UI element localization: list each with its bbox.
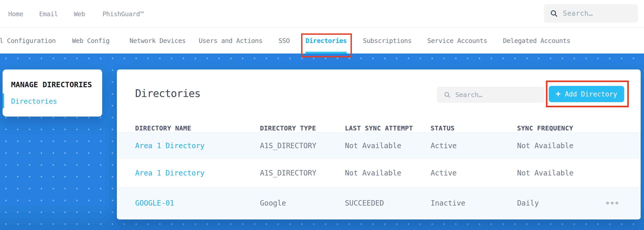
search-icon (444, 91, 451, 98)
col-header-last-sync: LAST SYNC ATTEMPT (345, 125, 413, 133)
status-cell: Active (431, 141, 457, 150)
tab-service-accounts[interactable]: Service Accounts (427, 28, 487, 54)
tab-users-and-actions[interactable]: Users and Actions (199, 28, 262, 54)
global-search-input[interactable] (563, 10, 632, 17)
content-background: MANAGE DIRECTORIES Directories Directori… (0, 54, 644, 230)
col-header-status: STATUS (431, 125, 455, 133)
tab-configuration[interactable]: l Configuration (0, 28, 56, 54)
directory-type-cell: A1S_DIRECTORY (260, 141, 316, 150)
sidebar-active-indicator (3, 93, 4, 108)
manage-directories-card: MANAGE DIRECTORIES Directories (3, 69, 102, 117)
directory-type-cell: A1S_DIRECTORY (260, 169, 316, 177)
settings-tab-bar: l Configuration Web Config Network Devic… (0, 28, 644, 54)
sidebar-title: MANAGE DIRECTORIES (11, 80, 92, 89)
topnav-home[interactable]: Home (8, 0, 23, 28)
tab-network-devices[interactable]: Network Devices (129, 28, 186, 54)
topnav-phishguard[interactable]: PhishGuard™ (102, 0, 144, 28)
tab-subscriptions[interactable]: Subscriptions (363, 28, 412, 54)
table-row: Area 1 Directory A1S_DIRECTORY Not Avail… (117, 159, 641, 187)
status-cell: Active (431, 169, 457, 177)
last-sync-cell: Not Available (345, 169, 401, 177)
row-actions-menu[interactable] (604, 200, 620, 207)
col-header-directory-type: DIRECTORY TYPE (260, 125, 316, 133)
tab-delegated-accounts[interactable]: Delegated Accounts (503, 28, 570, 54)
sync-frequency-cell: Not Available (517, 141, 573, 150)
directory-name-link[interactable]: Area 1 Directory (135, 169, 205, 177)
tab-web-config[interactable]: Web Config (72, 28, 110, 54)
col-header-sync-frequency: SYNC FREQUENCY (517, 125, 573, 133)
add-directory-button[interactable]: + Add Directory (549, 86, 624, 102)
last-sync-cell: Not Available (345, 141, 401, 150)
directories-panel: Directories + Add Directory DIRECTORY NA… (117, 69, 641, 219)
page-title: Directories (135, 87, 201, 99)
directory-type-cell: Google (260, 199, 286, 207)
status-cell: Inactive (431, 199, 465, 207)
search-icon (550, 10, 558, 17)
directory-name-link[interactable]: GOOGLE-01 (135, 199, 174, 207)
topnav-email[interactable]: Email (39, 0, 58, 28)
add-directory-label: Add Directory (565, 90, 617, 98)
tab-directories[interactable]: Directories (306, 28, 347, 54)
table-row: GOOGLE-01 Google SUCCEEDED Inactive Dail… (117, 187, 641, 219)
plus-icon: + (556, 90, 561, 98)
table-row: Area 1 Directory A1S_DIRECTORY Not Avail… (117, 132, 641, 159)
last-sync-cell: SUCCEEDED (345, 199, 384, 207)
sidebar-item-directories[interactable]: Directories (11, 97, 57, 105)
directories-search-input[interactable] (455, 91, 538, 99)
sync-frequency-cell: Not Available (517, 169, 573, 177)
top-bar: Home Email Web PhishGuard™ (0, 0, 644, 28)
tab-sso[interactable]: SSO (279, 28, 290, 54)
directories-search-box[interactable] (437, 87, 544, 103)
global-search-box[interactable] (544, 4, 638, 23)
ellipsis-icon (606, 202, 609, 205)
sync-frequency-cell: Daily (517, 199, 539, 207)
directory-name-link[interactable]: Area 1 Directory (135, 141, 205, 150)
topnav-web[interactable]: Web (74, 0, 85, 28)
col-header-directory-name: DIRECTORY NAME (135, 125, 191, 133)
